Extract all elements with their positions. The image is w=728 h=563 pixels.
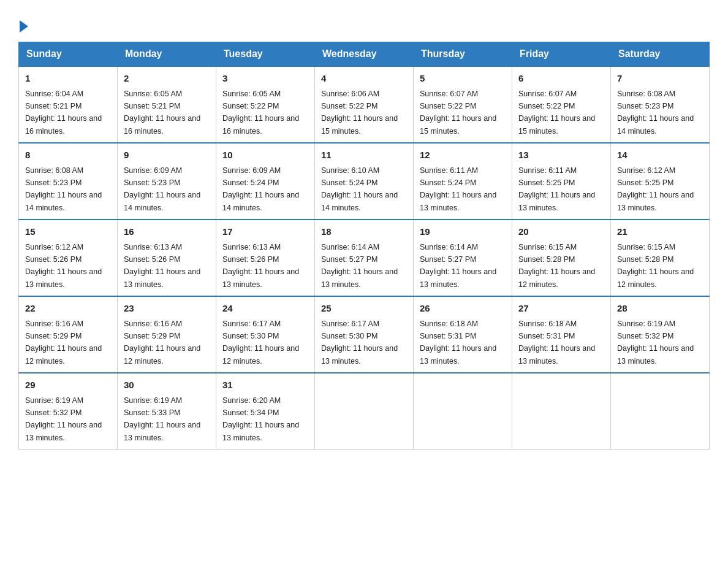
day-info: Sunrise: 6:19 AMSunset: 5:32 PMDaylight:… [617,320,694,366]
day-number: 15 [25,225,111,239]
day-info: Sunrise: 6:14 AMSunset: 5:27 PMDaylight:… [321,243,398,289]
calendar-cell: 28 Sunrise: 6:19 AMSunset: 5:32 PMDaylig… [611,296,710,373]
day-info: Sunrise: 6:07 AMSunset: 5:22 PMDaylight:… [518,90,595,136]
calendar-cell: 16 Sunrise: 6:13 AMSunset: 5:26 PMDaylig… [118,220,216,296]
calendar-cell: 14 Sunrise: 6:12 AMSunset: 5:25 PMDaylig… [611,143,710,220]
day-number: 4 [321,72,407,86]
calendar-header-thursday: Thursday [414,42,512,67]
calendar-cell: 25 Sunrise: 6:17 AMSunset: 5:30 PMDaylig… [315,296,414,373]
calendar-cell: 13 Sunrise: 6:11 AMSunset: 5:25 PMDaylig… [512,143,611,220]
day-info: Sunrise: 6:12 AMSunset: 5:25 PMDaylight:… [617,166,694,212]
day-info: Sunrise: 6:14 AMSunset: 5:27 PMDaylight:… [420,243,496,289]
day-info: Sunrise: 6:17 AMSunset: 5:30 PMDaylight:… [222,320,299,366]
calendar-cell: 23 Sunrise: 6:16 AMSunset: 5:29 PMDaylig… [118,296,216,373]
calendar-cell: 24 Sunrise: 6:17 AMSunset: 5:30 PMDaylig… [216,296,315,373]
day-info: Sunrise: 6:18 AMSunset: 5:31 PMDaylight:… [420,320,496,366]
day-number: 2 [124,72,210,86]
day-number: 22 [25,302,111,316]
day-info: Sunrise: 6:11 AMSunset: 5:25 PMDaylight:… [518,166,595,212]
logo [18,18,29,29]
calendar-cell: 6 Sunrise: 6:07 AMSunset: 5:22 PMDayligh… [512,66,611,143]
calendar-cell: 17 Sunrise: 6:13 AMSunset: 5:26 PMDaylig… [216,220,315,296]
day-info: Sunrise: 6:08 AMSunset: 5:23 PMDaylight:… [617,90,694,136]
day-info: Sunrise: 6:20 AMSunset: 5:34 PMDaylight:… [222,396,299,442]
calendar-cell: 22 Sunrise: 6:16 AMSunset: 5:29 PMDaylig… [19,296,118,373]
calendar-cell: 29 Sunrise: 6:19 AMSunset: 5:32 PMDaylig… [19,373,118,450]
logo-arrow-icon [20,20,28,33]
day-number: 7 [617,72,703,86]
day-number: 30 [124,378,210,393]
calendar-cell: 1 Sunrise: 6:04 AMSunset: 5:21 PMDayligh… [19,66,118,143]
day-info: Sunrise: 6:15 AMSunset: 5:28 PMDaylight:… [518,243,595,289]
day-number: 5 [420,72,506,86]
day-number: 8 [25,148,111,163]
day-number: 23 [124,302,210,316]
day-info: Sunrise: 6:04 AMSunset: 5:21 PMDaylight:… [25,90,102,136]
calendar-cell: 10 Sunrise: 6:09 AMSunset: 5:24 PMDaylig… [216,143,315,220]
day-info: Sunrise: 6:12 AMSunset: 5:26 PMDaylight:… [25,243,102,289]
day-info: Sunrise: 6:05 AMSunset: 5:21 PMDaylight:… [124,90,200,136]
calendar-header-sunday: Sunday [19,42,118,67]
day-number: 9 [124,148,210,163]
day-number: 21 [617,225,703,239]
calendar-cell: 26 Sunrise: 6:18 AMSunset: 5:31 PMDaylig… [414,296,512,373]
day-number: 27 [518,302,604,316]
calendar-cell: 20 Sunrise: 6:15 AMSunset: 5:28 PMDaylig… [512,220,611,296]
day-info: Sunrise: 6:19 AMSunset: 5:33 PMDaylight:… [124,396,200,442]
day-info: Sunrise: 6:08 AMSunset: 5:23 PMDaylight:… [25,166,102,212]
calendar-header-saturday: Saturday [611,42,710,67]
day-info: Sunrise: 6:06 AMSunset: 5:22 PMDaylight:… [321,90,398,136]
calendar-header-monday: Monday [118,42,216,67]
day-number: 29 [25,378,111,393]
calendar-cell: 3 Sunrise: 6:05 AMSunset: 5:22 PMDayligh… [216,66,315,143]
day-number: 12 [420,148,506,163]
day-number: 28 [617,302,703,316]
day-info: Sunrise: 6:18 AMSunset: 5:31 PMDaylight:… [518,320,595,366]
day-number: 6 [518,72,604,86]
calendar-header-tuesday: Tuesday [216,42,315,67]
day-number: 3 [222,72,308,86]
day-info: Sunrise: 6:16 AMSunset: 5:29 PMDaylight:… [124,320,200,366]
calendar-cell: 21 Sunrise: 6:15 AMSunset: 5:28 PMDaylig… [611,220,710,296]
day-info: Sunrise: 6:17 AMSunset: 5:30 PMDaylight:… [321,320,398,366]
day-number: 17 [222,225,308,239]
day-number: 1 [25,72,111,86]
calendar-week-row: 29 Sunrise: 6:19 AMSunset: 5:32 PMDaylig… [19,373,710,450]
calendar-header-friday: Friday [512,42,611,67]
day-number: 24 [222,302,308,316]
day-number: 26 [420,302,506,316]
calendar-cell [315,373,414,450]
calendar-cell: 19 Sunrise: 6:14 AMSunset: 5:27 PMDaylig… [414,220,512,296]
day-info: Sunrise: 6:13 AMSunset: 5:26 PMDaylight:… [222,243,299,289]
calendar-cell: 30 Sunrise: 6:19 AMSunset: 5:33 PMDaylig… [118,373,216,450]
day-number: 14 [617,148,703,163]
calendar-cell: 8 Sunrise: 6:08 AMSunset: 5:23 PMDayligh… [19,143,118,220]
day-number: 19 [420,225,506,239]
day-number: 25 [321,302,407,316]
day-info: Sunrise: 6:07 AMSunset: 5:22 PMDaylight:… [420,90,496,136]
calendar-cell: 27 Sunrise: 6:18 AMSunset: 5:31 PMDaylig… [512,296,611,373]
calendar-week-row: 1 Sunrise: 6:04 AMSunset: 5:21 PMDayligh… [19,66,710,143]
calendar-cell [512,373,611,450]
calendar-week-row: 15 Sunrise: 6:12 AMSunset: 5:26 PMDaylig… [19,220,710,296]
day-info: Sunrise: 6:15 AMSunset: 5:28 PMDaylight:… [617,243,694,289]
day-info: Sunrise: 6:09 AMSunset: 5:23 PMDaylight:… [124,166,200,212]
calendar-cell [414,373,512,450]
day-info: Sunrise: 6:13 AMSunset: 5:26 PMDaylight:… [124,243,200,289]
day-number: 16 [124,225,210,239]
page-header [18,18,710,29]
calendar-week-row: 22 Sunrise: 6:16 AMSunset: 5:29 PMDaylig… [19,296,710,373]
day-number: 31 [222,378,308,393]
day-info: Sunrise: 6:09 AMSunset: 5:24 PMDaylight:… [222,166,299,212]
calendar-cell: 31 Sunrise: 6:20 AMSunset: 5:34 PMDaylig… [216,373,315,450]
day-info: Sunrise: 6:11 AMSunset: 5:24 PMDaylight:… [420,166,496,212]
day-number: 18 [321,225,407,239]
calendar-cell: 18 Sunrise: 6:14 AMSunset: 5:27 PMDaylig… [315,220,414,296]
calendar-cell: 11 Sunrise: 6:10 AMSunset: 5:24 PMDaylig… [315,143,414,220]
day-info: Sunrise: 6:16 AMSunset: 5:29 PMDaylight:… [25,320,102,366]
calendar-cell: 4 Sunrise: 6:06 AMSunset: 5:22 PMDayligh… [315,66,414,143]
day-info: Sunrise: 6:10 AMSunset: 5:24 PMDaylight:… [321,166,398,212]
day-number: 13 [518,148,604,163]
calendar-cell: 9 Sunrise: 6:09 AMSunset: 5:23 PMDayligh… [118,143,216,220]
calendar-table: SundayMondayTuesdayWednesdayThursdayFrid… [18,42,710,450]
